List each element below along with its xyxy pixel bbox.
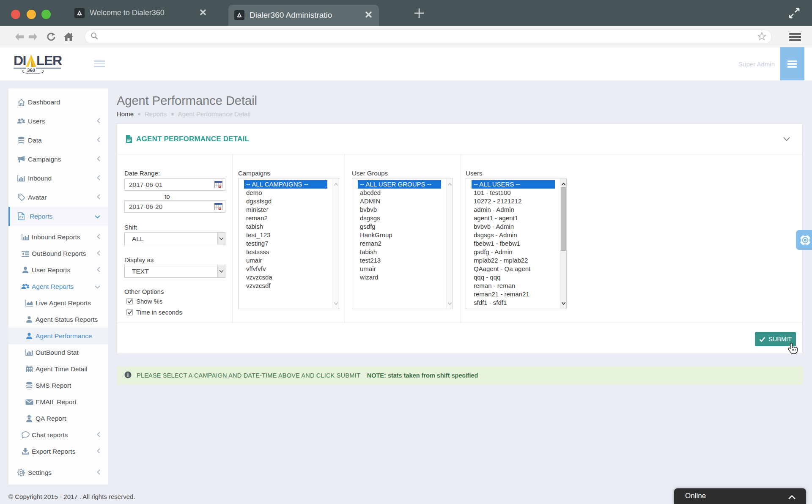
scroll-down-icon[interactable] [561, 299, 566, 307]
listbox-option[interactable]: bvbvb - Admin [472, 222, 555, 231]
listbox-option[interactable]: reman2 [358, 239, 441, 248]
tab-close-icon[interactable] [200, 9, 206, 17]
sidebar-item-chat-reports[interactable]: Chat reports [8, 427, 108, 443]
sidebar-item-email-report[interactable]: EMAIL Report [8, 394, 108, 410]
listbox-option[interactable]: testing7 [244, 239, 327, 248]
sidebar-item-campaigns[interactable]: Campaigns [8, 150, 108, 169]
forward-button[interactable] [28, 26, 38, 47]
listbox-option[interactable]: sfdf1 - sfdf1 [472, 299, 555, 307]
listbox-option[interactable]: ADMIN [358, 197, 441, 205]
listbox-option[interactable]: tabish [244, 222, 327, 231]
sidebar-item-sms-report[interactable]: SMS Report [8, 377, 108, 394]
sidebar-item-agent-performance[interactable]: Agent Performance [8, 328, 108, 344]
listbox-option[interactable]: dgssfsgd [244, 197, 327, 205]
listbox-option[interactable]: umair [358, 265, 441, 273]
listbox-option[interactable]: admin - Admin [472, 205, 555, 214]
listbox-option[interactable]: HankGroup [358, 231, 441, 239]
listbox-option[interactable]: reman21 - reman21 [472, 290, 555, 299]
sidebar-item-agent-reports[interactable]: Agent Reports [8, 278, 108, 295]
sidebar-item-inbound-reports[interactable]: Inbound Reports [8, 229, 108, 245]
scrollbar-thumb[interactable] [561, 187, 566, 251]
sidebar-item-data[interactable]: Data [8, 131, 108, 150]
support-widget[interactable] [796, 230, 812, 250]
url-bar[interactable] [85, 30, 772, 44]
sidebar-item-inbound[interactable]: Inbound [8, 169, 108, 188]
listbox-option[interactable]: tabish [358, 248, 441, 256]
home-button[interactable] [63, 26, 74, 47]
display-as-select[interactable]: TEXT [124, 265, 225, 278]
sidebar-item-settings[interactable]: Settings [8, 463, 108, 482]
listbox-option[interactable]: vzvzcsdf [244, 282, 327, 290]
listbox-option[interactable]: bvbvb [358, 205, 441, 214]
sidebar-item-live-agent-reports[interactable]: Live Agent Reports [8, 295, 108, 311]
chevron-up-icon[interactable] [788, 494, 796, 501]
tab-close-icon[interactable] [365, 11, 372, 20]
sidebar-item-user-reports[interactable]: User Reports [8, 262, 108, 278]
listbox-option[interactable]: -- ALL USER GROUPS -- [358, 180, 441, 189]
listbox-option[interactable]: reman - reman [472, 282, 555, 290]
scrollbar[interactable] [446, 178, 453, 309]
scrollbar[interactable] [332, 178, 339, 309]
window-minimize-button[interactable] [27, 10, 36, 19]
header-menu-button[interactable] [780, 47, 804, 80]
checkbox[interactable] [126, 298, 133, 304]
listbox-option[interactable]: -- ALL CAMPAIGNS -- [244, 180, 327, 189]
shift-select[interactable]: ALL [124, 232, 225, 245]
listbox-option[interactable]: dsgsgs - Admin [472, 231, 555, 239]
sidebar-item-outbound-reports[interactable]: OutBound Reports [8, 245, 108, 262]
sidebar-item-avatar[interactable]: Avatar [8, 188, 108, 207]
breadcrumb-home[interactable]: Home [117, 110, 134, 118]
sidebar-item-outbound-stat[interactable]: OutBound Stat [8, 344, 108, 361]
date-from-input[interactable]: 2017-06-01 [124, 178, 225, 191]
window-close-button[interactable] [11, 10, 20, 19]
listbox-option[interactable]: abcded [358, 189, 441, 197]
campaigns-listbox[interactable]: -- ALL CAMPAIGNS --demodgssfsgdministerr… [238, 178, 339, 309]
sidebar-item-export-reports[interactable]: Export Reports [8, 443, 108, 460]
listbox-option[interactable]: testssss [244, 248, 327, 256]
listbox-option[interactable]: test213 [358, 256, 441, 265]
listbox-option[interactable]: agent1 - agent1 [472, 214, 555, 222]
reload-button[interactable] [46, 26, 57, 47]
listbox-option[interactable]: minister [244, 205, 327, 214]
listbox-option[interactable]: test_123 [244, 231, 327, 239]
sidebar-item-qa-report[interactable]: QA Report [8, 410, 108, 427]
bookmark-star-icon[interactable] [757, 32, 766, 42]
date-to-input[interactable]: 2017-06-20 [124, 200, 225, 213]
window-maximize-button[interactable] [41, 10, 51, 19]
sidebar-item-agent-status-reports[interactable]: Agent Status Reports [8, 311, 108, 328]
new-tab-button[interactable] [412, 6, 426, 20]
listbox-option[interactable]: vzvzcsda [244, 273, 327, 282]
tab-administration[interactable]: Dialer360 Administratio [228, 5, 379, 26]
listbox-option[interactable]: fbebw1 - fbebw1 [472, 239, 555, 248]
scroll-up-icon[interactable] [561, 180, 566, 188]
listbox-option[interactable]: wizard [358, 273, 441, 282]
scroll-down-icon[interactable] [447, 299, 452, 307]
checkbox[interactable] [126, 309, 133, 315]
scroll-down-icon[interactable] [334, 299, 338, 307]
listbox-option[interactable]: vffvfvfv [244, 265, 327, 273]
chat-widget[interactable]: Online [674, 488, 806, 504]
listbox-option[interactable]: 10272 - 2121212 [472, 197, 555, 205]
scroll-up-icon[interactable] [447, 180, 452, 188]
listbox-option[interactable]: gsdfg - Admin [472, 248, 555, 256]
listbox-option[interactable]: -- ALL USERS -- [472, 180, 555, 189]
breadcrumb-reports[interactable]: Reports [145, 110, 167, 118]
listbox-option[interactable]: demo [244, 189, 327, 197]
sidebar-item-dashboard[interactable]: Dashboard [8, 93, 108, 112]
users-listbox[interactable]: -- ALL USERS --101 - test10010272 - 2121… [466, 178, 567, 309]
listbox-option[interactable]: QAagent - Qa agent [472, 265, 555, 273]
listbox-option[interactable]: dsgsgs [358, 214, 441, 222]
fullscreen-icon[interactable] [787, 6, 801, 20]
scroll-up-icon[interactable] [334, 180, 338, 188]
calendar-picker-icon[interactable] [214, 203, 222, 212]
sidebar-item-users[interactable]: Users [8, 112, 108, 131]
listbox-option[interactable]: umair [244, 256, 327, 265]
scrollbar[interactable] [560, 178, 566, 309]
dialer360-logo[interactable]: DI LER 360 [14, 52, 61, 76]
listbox-option[interactable]: mplab22 - mplab22 [472, 256, 555, 265]
listbox-option[interactable]: 101 - test100 [472, 189, 555, 197]
listbox-option[interactable]: qqq - qqq [472, 273, 555, 282]
sidebar-item-reports[interactable]: Reports [8, 207, 108, 226]
listbox-option[interactable]: gsdfg [358, 222, 441, 231]
panel-collapse-icon[interactable] [783, 136, 790, 143]
